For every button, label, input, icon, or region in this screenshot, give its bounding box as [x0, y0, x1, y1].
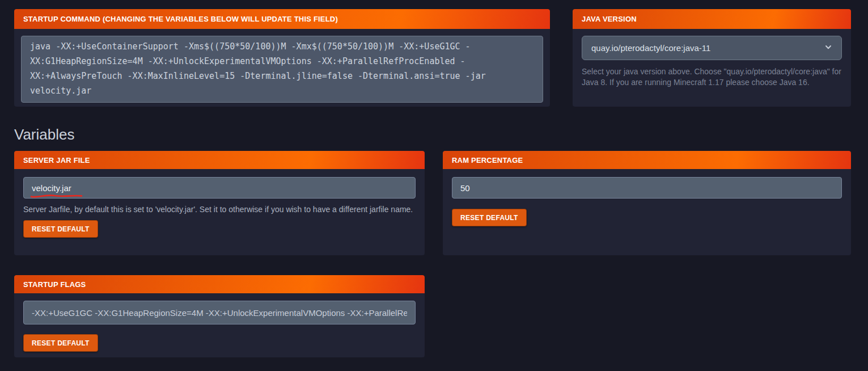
reset-default-button-startup-flags[interactable]: RESET DEFAULT: [23, 334, 98, 352]
server-jar-file-input[interactable]: [23, 177, 416, 199]
top-row: STARTUP COMMAND (CHANGING THE VARIABLES …: [14, 9, 851, 107]
ram-percentage-header: RAM PERCENTAGE: [443, 151, 851, 169]
ram-percentage-input[interactable]: [452, 177, 842, 199]
ram-percentage-header-label: RAM PERCENTAGE: [452, 156, 523, 165]
java-version-body: quay.io/pterodactyl/core:java-11 Select …: [573, 29, 851, 107]
startup-command-header: STARTUP COMMAND (CHANGING THE VARIABLES …: [14, 9, 550, 29]
ram-percentage-card: RAM PERCENTAGE RESET DEFAULT: [443, 151, 851, 255]
java-version-header-label: JAVA VERSION: [582, 15, 637, 23]
ram-percentage-body: RESET DEFAULT: [443, 169, 851, 255]
startup-command-header-label: STARTUP COMMAND (CHANGING THE VARIABLES …: [23, 15, 338, 23]
reset-default-button-server-jar[interactable]: RESET DEFAULT: [23, 220, 98, 238]
server-jar-file-header: SERVER JAR FILE: [14, 151, 425, 169]
startup-flags-input[interactable]: [23, 301, 416, 324]
variables-heading: Variables: [14, 126, 851, 144]
startup-flags-header-label: STARTUP FLAGS: [23, 280, 86, 289]
chevron-down-icon: [824, 43, 832, 53]
variables-left-column: SERVER JAR FILE Server Jarfile, by defau…: [14, 151, 425, 357]
reset-default-button-ram-percentage[interactable]: RESET DEFAULT: [452, 209, 527, 226]
variables-grid: SERVER JAR FILE Server Jarfile, by defau…: [14, 151, 851, 357]
variables-right-column: RAM PERCENTAGE RESET DEFAULT: [443, 151, 851, 255]
startup-flags-card: STARTUP FLAGS RESET DEFAULT: [14, 275, 425, 357]
java-version-selected-option: quay.io/pterodactyl/core:java-11: [591, 43, 710, 53]
startup-settings-page: STARTUP COMMAND (CHANGING THE VARIABLES …: [0, 0, 868, 357]
startup-flags-header: STARTUP FLAGS: [14, 275, 425, 293]
java-version-select[interactable]: quay.io/pterodactyl/core:java-11: [582, 36, 842, 60]
server-jar-file-card: SERVER JAR FILE Server Jarfile, by defau…: [14, 151, 425, 255]
startup-command-field[interactable]: java -XX:+UseContainerSupport -Xms$((750…: [21, 36, 543, 103]
server-jar-file-body: Server Jarfile, by default this is set t…: [14, 169, 425, 255]
java-version-panel: JAVA VERSION quay.io/pterodactyl/core:ja…: [573, 9, 851, 107]
server-jar-file-description: Server Jarfile, by default this is set t…: [23, 204, 416, 216]
server-jar-file-header-label: SERVER JAR FILE: [23, 156, 90, 165]
startup-flags-body: RESET DEFAULT: [14, 293, 425, 357]
java-version-header: JAVA VERSION: [573, 9, 851, 29]
server-jar-file-input-wrap: [23, 177, 416, 199]
startup-command-panel: STARTUP COMMAND (CHANGING THE VARIABLES …: [14, 9, 550, 107]
java-version-help-text: Select your java version above. Choose "…: [582, 66, 842, 88]
startup-command-body: java -XX:+UseContainerSupport -Xms$((750…: [14, 29, 550, 107]
